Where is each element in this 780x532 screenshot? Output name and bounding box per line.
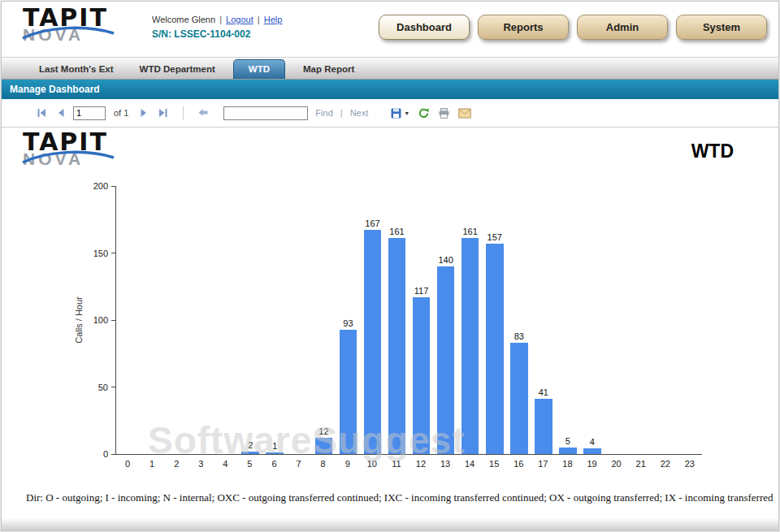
bars-area: 211293167161117140161157834154 — [116, 186, 702, 454]
bar-hour-12 — [413, 297, 431, 454]
x-tick-4: 4 — [213, 459, 237, 469]
last-page-button[interactable] — [156, 106, 171, 120]
tapit-nova-logo: TAPIT NOVA — [23, 6, 141, 45]
logout-link[interactable]: Logout — [226, 15, 254, 24]
x-tick-11: 11 — [384, 459, 409, 469]
x-tick-22: 22 — [653, 459, 678, 469]
x-tick-16: 16 — [506, 459, 531, 469]
report-toolbar: of 1 Find | Next ▼ — [2, 99, 778, 128]
nav-system-button[interactable]: System — [676, 15, 767, 40]
bar-slot-hour-21 — [629, 186, 653, 454]
dashboard-tab-bar: Last Month's Ext WTD Department WTD Map … — [2, 57, 778, 80]
back-to-parent-button[interactable] — [196, 106, 210, 120]
bar-slot-hour-19: 4 — [580, 186, 604, 454]
tapit-nova-app: TAPIT NOVA Welcome Glenn | Logout | Help… — [1, 1, 779, 531]
bar-value-label: 161 — [389, 227, 404, 236]
x-tick-2: 2 — [164, 459, 188, 469]
x-tick-3: 3 — [188, 459, 213, 469]
previous-page-button[interactable] — [54, 106, 68, 120]
tab-map-report[interactable]: Map Report — [290, 58, 367, 79]
bar-hour-8 — [315, 438, 333, 454]
report-footnote: Dir: O - outgoing; I - incoming; N - int… — [26, 491, 774, 504]
nav-reports-button[interactable]: Reports — [478, 15, 569, 40]
bar-slot-hour-2 — [165, 186, 189, 454]
y-axis-title: Calls / Hour — [74, 296, 84, 343]
x-axis-labels: 01234567891011121314151617181920212223 — [115, 459, 702, 469]
bar-value-label: 140 — [438, 256, 453, 265]
first-page-icon — [36, 107, 47, 119]
email-button[interactable] — [457, 106, 473, 120]
bar-value-label: 157 — [488, 233, 502, 242]
next-page-icon — [138, 107, 150, 119]
bar-slot-hour-17: 41 — [531, 186, 556, 454]
x-tick-9: 9 — [336, 459, 360, 469]
y-tick-200: 200 — [93, 181, 116, 191]
x-tick-19: 19 — [579, 459, 604, 469]
bar-slot-hour-15: 157 — [483, 186, 507, 454]
bar-slot-hour-20 — [604, 186, 629, 454]
bar-hour-10 — [364, 230, 382, 454]
tab-wtd[interactable]: WTD — [233, 59, 285, 79]
bar-slot-hour-14: 161 — [458, 186, 483, 454]
refresh-button[interactable] — [416, 106, 431, 121]
app-header: TAPIT NOVA Welcome Glenn | Logout | Help… — [2, 2, 778, 57]
serial-number: S/N: LSSEC-1104-002 — [152, 28, 282, 40]
next-page-button[interactable] — [136, 106, 151, 120]
bar-chart: Calls / Hour 050100150200 21129316716111… — [115, 186, 702, 469]
user-block: Welcome Glenn | Logout | Help S/N: LSSEC… — [152, 15, 282, 40]
report-logo: TAPIT NOVA — [23, 131, 141, 169]
first-page-button[interactable] — [34, 106, 49, 120]
last-page-icon — [158, 107, 169, 119]
bar-hour-9 — [340, 330, 358, 454]
bar-hour-13 — [437, 266, 455, 454]
bar-slot-hour-22 — [653, 186, 678, 454]
bar-slot-hour-11: 161 — [385, 186, 410, 454]
bar-value-label: 167 — [365, 219, 379, 228]
bar-value-label: 93 — [343, 319, 353, 328]
tab-last-months-ext[interactable]: Last Month's Ext — [26, 58, 127, 79]
section-title: Manage Dashboard — [10, 84, 100, 95]
main-nav: Dashboard Reports Admin System — [379, 15, 767, 40]
nav-admin-button[interactable]: Admin — [577, 15, 668, 40]
x-tick-17: 17 — [531, 459, 555, 469]
x-tick-12: 12 — [409, 459, 433, 469]
report-logo-nova-label: NOVA — [23, 149, 84, 168]
y-tick-150: 150 — [93, 249, 116, 258]
bar-hour-17 — [535, 399, 552, 454]
y-tick-100: 100 — [93, 315, 116, 325]
manage-dashboard-bar[interactable]: Manage Dashboard — [2, 80, 778, 99]
tab-wtd-department[interactable]: WTD Department — [127, 58, 228, 79]
bar-slot-hour-3 — [189, 186, 214, 454]
bar-value-label: 2 — [248, 441, 253, 450]
separator: | — [219, 15, 222, 24]
envelope-icon — [458, 108, 471, 119]
bar-hour-15 — [486, 244, 504, 454]
find-text-input[interactable] — [223, 106, 308, 120]
bar-slot-hour-0 — [116, 186, 141, 454]
page-number-input[interactable] — [73, 106, 106, 120]
x-tick-18: 18 — [555, 459, 579, 469]
y-tick-50: 50 — [98, 383, 116, 392]
bar-slot-hour-16: 83 — [507, 186, 531, 454]
find-link[interactable]: Find — [315, 108, 332, 118]
help-link[interactable]: Help — [264, 15, 283, 24]
welcome-text: Welcome Glenn — [152, 15, 215, 24]
export-button[interactable]: ▼ — [388, 106, 411, 121]
nav-dashboard-button[interactable]: Dashboard — [379, 15, 470, 40]
bar-value-label: 4 — [590, 438, 595, 447]
x-tick-6: 6 — [262, 459, 286, 469]
print-button[interactable] — [436, 106, 452, 121]
bar-slot-hour-4 — [214, 186, 238, 454]
save-export-icon — [390, 107, 402, 119]
previous-page-icon — [55, 107, 67, 119]
printer-icon — [438, 107, 450, 119]
x-tick-1: 1 — [140, 459, 164, 469]
bar-slot-hour-13: 140 — [434, 186, 458, 454]
bar-hour-6 — [266, 452, 284, 454]
x-tick-14: 14 — [457, 459, 482, 469]
y-tick-0: 0 — [103, 449, 116, 459]
find-next-link[interactable]: Next — [350, 108, 369, 118]
bar-value-label: 117 — [414, 287, 429, 296]
bar-slot-hour-18: 5 — [556, 186, 580, 454]
bar-slot-hour-7 — [287, 186, 311, 454]
